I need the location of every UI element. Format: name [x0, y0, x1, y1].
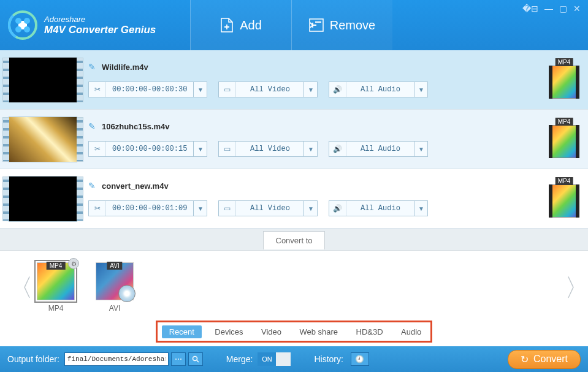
svg-point-5	[24, 26, 30, 32]
merge-label: Merge:	[226, 354, 253, 364]
convert-icon: ↻	[521, 354, 529, 365]
file-name-label: Wildlife.m4v	[102, 63, 148, 72]
audio-track-control[interactable]: 🔊 All Audio ▼	[329, 141, 428, 157]
audio-track-control[interactable]: 🔊 All Audio ▼	[329, 82, 428, 97]
file-thumbnail[interactable]	[9, 57, 77, 103]
merge-toggle[interactable]: ON	[258, 352, 291, 366]
browse-folder-button[interactable]	[188, 352, 203, 366]
video-track-control[interactable]: ▭ All Video ▼	[218, 82, 318, 97]
file-row[interactable]: ✎ 106zhuhc15s.m4v ✂ 00:00:00-00:00:15 ▼ …	[0, 110, 588, 169]
format-panel: 〈 MP4 ⚙ MP4 AVI AVI 〉	[0, 251, 588, 324]
convert-button[interactable]: ↻ Convert	[508, 350, 581, 369]
brand-area: Adoreshare M4V Converter Genius	[0, 10, 190, 40]
svg-point-4	[15, 26, 21, 32]
remove-button[interactable]: Remove	[291, 0, 392, 50]
remove-icon	[309, 18, 324, 32]
tab-audio[interactable]: Audio	[396, 327, 426, 336]
chevron-down-icon[interactable]: ▼	[193, 201, 207, 216]
svg-point-7	[193, 357, 197, 361]
svg-point-2	[15, 18, 21, 24]
video-icon: ▭	[219, 82, 236, 97]
category-tabs: Recent Devices Video Web share HD&3D Aud…	[156, 321, 432, 343]
svg-point-1	[7, 10, 38, 40]
file-thumbnail[interactable]	[9, 176, 77, 222]
file-list: ✎ Wildlife.m4v ✂ 00:00:00-00:00:30 ▼ ▭ A…	[0, 50, 588, 229]
feedback-icon[interactable]: �⊟	[522, 4, 538, 13]
file-row[interactable]: ✎ convert_new.m4v ✂ 00:00:00-00:01:09 ▼ …	[0, 169, 588, 229]
video-track-control[interactable]: ▭ All Video ▼	[218, 141, 318, 157]
edit-icon[interactable]: ✎	[88, 121, 96, 131]
bottom-bar: Output folder: ⋯ Merge: ON History: 🕘 ↻ …	[0, 346, 588, 372]
output-format-thumb[interactable]: MP4	[549, 120, 579, 158]
video-icon: ▭	[219, 201, 236, 216]
add-button[interactable]: Add	[190, 0, 291, 50]
chevron-down-icon[interactable]: ▼	[304, 201, 317, 216]
format-item-mp4[interactable]: MP4 ⚙ MP4	[34, 262, 77, 313]
svg-point-3	[24, 18, 30, 24]
file-name-label: convert_new.m4v	[102, 181, 169, 191]
disc-icon	[118, 285, 136, 302]
scroll-left-button[interactable]: 〈	[9, 271, 23, 305]
add-file-icon	[220, 17, 234, 33]
audio-icon: 🔊	[329, 82, 346, 97]
file-row[interactable]: ✎ Wildlife.m4v ✂ 00:00:00-00:00:30 ▼ ▭ A…	[0, 50, 588, 110]
maximize-button[interactable]: ▢	[559, 4, 567, 13]
title-bar: Adoreshare M4V Converter Genius Add Remo…	[0, 0, 588, 50]
window-controls: �⊟ — ▢ ✕	[522, 4, 588, 13]
video-track-control[interactable]: ▭ All Video ▼	[218, 200, 318, 216]
history-label: History:	[314, 354, 343, 364]
trim-control[interactable]: ✂ 00:00:00-00:00:30 ▼	[88, 82, 207, 97]
scissors-icon: ✂	[89, 201, 106, 216]
minimize-button[interactable]: —	[544, 4, 553, 13]
tab-hd3d[interactable]: HD&3D	[351, 327, 388, 336]
output-folder-label: Output folder:	[7, 354, 59, 364]
audio-icon: 🔊	[329, 142, 346, 156]
chevron-down-icon[interactable]: ▼	[193, 82, 207, 97]
chevron-down-icon[interactable]: ▼	[414, 142, 427, 156]
chevron-down-icon[interactable]: ▼	[193, 142, 207, 156]
chevron-down-icon[interactable]: ▼	[414, 82, 427, 97]
app-logo-icon	[7, 10, 38, 40]
audio-track-control[interactable]: 🔊 All Audio ▼	[329, 200, 428, 216]
history-button[interactable]: 🕘	[351, 352, 369, 366]
convert-to-tab[interactable]: Convert to	[263, 231, 326, 249]
close-button[interactable]: ✕	[573, 4, 581, 13]
brand-name: Adoreshare	[44, 15, 156, 24]
output-format-thumb[interactable]: MP4	[549, 180, 579, 218]
scroll-right-button[interactable]: 〉	[565, 271, 579, 305]
tab-video[interactable]: Video	[256, 327, 286, 336]
tab-devices[interactable]: Devices	[210, 327, 248, 336]
gear-icon[interactable]: ⚙	[68, 258, 79, 269]
tab-recent[interactable]: Recent	[162, 325, 202, 338]
chevron-down-icon[interactable]: ▼	[414, 201, 427, 216]
file-thumbnail[interactable]	[9, 116, 77, 162]
scissors-icon: ✂	[89, 82, 106, 97]
output-folder-input[interactable]	[64, 352, 169, 366]
chevron-down-icon[interactable]: ▼	[304, 142, 317, 156]
convert-to-bar: Convert to	[0, 229, 588, 251]
tab-web-share[interactable]: Web share	[294, 327, 343, 336]
open-folder-button[interactable]: ⋯	[171, 352, 186, 366]
output-format-thumb[interactable]: MP4	[549, 61, 579, 99]
file-name-label: 106zhuhc15s.m4v	[102, 122, 170, 131]
trim-control[interactable]: ✂ 00:00:00-00:01:09 ▼	[88, 200, 207, 216]
video-icon: ▭	[219, 142, 236, 156]
chevron-down-icon[interactable]: ▼	[304, 82, 317, 97]
edit-icon[interactable]: ✎	[88, 62, 96, 72]
format-item-avi[interactable]: AVI AVI	[93, 262, 136, 313]
scissors-icon: ✂	[89, 142, 106, 156]
edit-icon[interactable]: ✎	[88, 181, 96, 191]
trim-control[interactable]: ✂ 00:00:00-00:00:15 ▼	[88, 141, 207, 157]
app-title: M4V Converter Genius	[44, 24, 156, 36]
audio-icon: 🔊	[329, 201, 346, 216]
